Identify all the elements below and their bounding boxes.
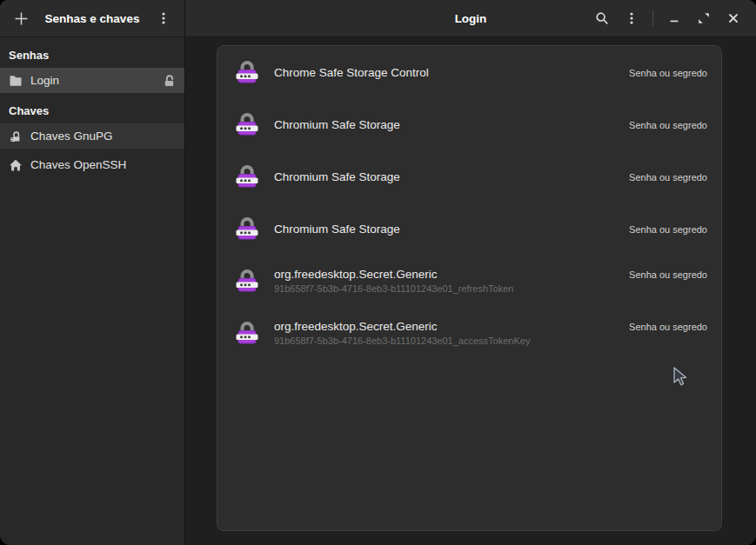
- restore-button[interactable]: [689, 4, 719, 32]
- unlocked-padlock-icon: [163, 74, 176, 88]
- sidebar-item-openssh[interactable]: Chaves OpenSSH: [0, 152, 184, 177]
- sidebar-item-label: Login: [30, 74, 59, 87]
- password-row[interactable]: Chromium Safe Storage Senha ou segredo: [217, 98, 721, 150]
- password-row[interactable]: Chromium Safe Storage Senha ou segredo: [217, 150, 721, 203]
- item-type-label: Senha ou segredo: [629, 322, 707, 332]
- gnupg-keys-icon: [9, 130, 23, 143]
- password-lock-icon: [231, 161, 263, 192]
- item-type-label: Senha ou segredo: [629, 224, 707, 235]
- main-headerbar: Login: [185, 0, 756, 37]
- folder-icon: [9, 74, 23, 88]
- close-button[interactable]: [719, 4, 748, 32]
- view-menu-button[interactable]: [617, 4, 646, 32]
- content-area: Chrome Safe Storage Control Senha ou seg…: [185, 37, 756, 545]
- kebab-menu-icon: [625, 11, 639, 25]
- sidebar-item-label: Chaves GnuPG: [30, 130, 113, 143]
- app-window: Senhas e chaves Senhas Login: [0, 0, 756, 545]
- item-title: Chromium Safe Storage: [274, 118, 400, 131]
- app-menu-button[interactable]: [149, 4, 178, 32]
- item-type-label: Senha ou segredo: [629, 172, 707, 183]
- search-button[interactable]: [587, 4, 617, 32]
- item-type-label: Senha ou segredo: [629, 269, 707, 280]
- password-list: Chrome Safe Storage Control Senha ou seg…: [217, 45, 722, 531]
- item-type-label: Senha ou segredo: [629, 120, 707, 130]
- sidebar-headerbar: Senhas e chaves: [0, 0, 184, 37]
- password-row[interactable]: org.freedesktop.Secret.Generic Senha ou …: [217, 255, 721, 307]
- password-lock-icon: [231, 56, 263, 88]
- sidebar-item-login[interactable]: Login: [0, 68, 184, 93]
- minimize-button[interactable]: [659, 4, 689, 32]
- sidebar: Senhas e chaves Senhas Login: [0, 0, 185, 545]
- item-type-label: Senha ou segredo: [629, 68, 707, 78]
- minimize-icon: [667, 11, 681, 25]
- plus-icon: [14, 11, 29, 26]
- add-item-button[interactable]: [6, 4, 36, 32]
- password-lock-icon: [231, 213, 263, 244]
- password-row[interactable]: Chromium Safe Storage Senha ou segredo: [217, 203, 721, 255]
- password-row[interactable]: org.freedesktop.Secret.Generic Senha ou …: [217, 307, 721, 359]
- section-label-senhas: Senhas: [0, 37, 184, 68]
- password-row[interactable]: Chrome Safe Storage Control Senha ou seg…: [217, 46, 721, 98]
- item-title: org.freedesktop.Secret.Generic: [274, 268, 438, 281]
- search-icon: [595, 11, 609, 25]
- main-pane: Login: [185, 0, 756, 545]
- home-icon: [9, 158, 23, 172]
- headerbar-separator: [652, 10, 653, 26]
- close-icon: [726, 11, 740, 25]
- password-lock-icon: [231, 109, 263, 140]
- item-title: org.freedesktop.Secret.Generic: [274, 320, 438, 333]
- item-title: Chrome Safe Storage Control: [274, 66, 429, 79]
- item-subtitle: 91b658f7-5b3b-4716-8eb3-b11101243e01_ref…: [274, 283, 707, 294]
- item-title: Chromium Safe Storage: [274, 223, 400, 236]
- item-subtitle: 91b658f7-5b3b-4716-8eb3-b11101243e01_acc…: [274, 336, 707, 346]
- sidebar-item-label: Chaves OpenSSH: [30, 158, 126, 171]
- sidebar-item-gnupg[interactable]: Chaves GnuPG: [0, 123, 184, 149]
- password-lock-icon: [231, 265, 263, 296]
- section-label-chaves: Chaves: [0, 93, 184, 123]
- app-title: Senhas e chaves: [36, 12, 149, 25]
- password-lock-icon: [231, 317, 263, 349]
- restore-icon: [697, 11, 711, 25]
- item-title: Chromium Safe Storage: [274, 170, 400, 183]
- kebab-menu-icon: [157, 11, 171, 25]
